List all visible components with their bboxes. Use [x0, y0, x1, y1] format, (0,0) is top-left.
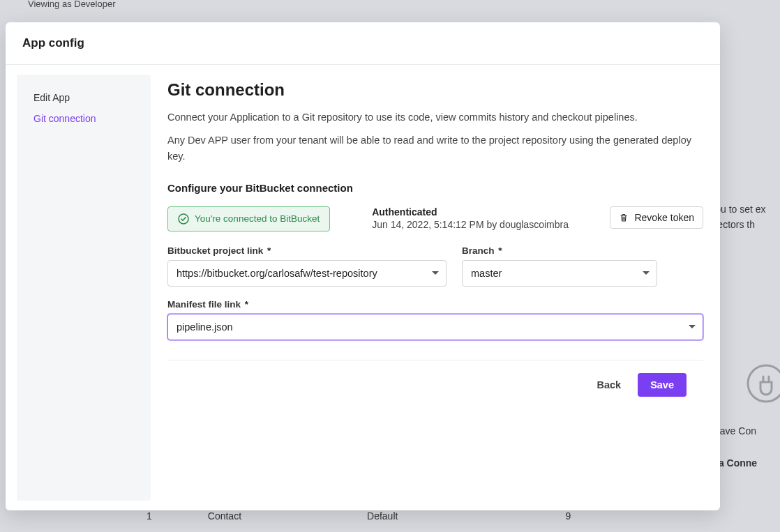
modal-main: Git connection Connect your Application … — [151, 65, 720, 510]
svg-point-0 — [748, 365, 780, 402]
sidebar-item-label: Edit App — [33, 92, 70, 103]
bg-table-type: Default — [367, 510, 398, 522]
bg-table-num: 1 — [147, 510, 152, 522]
chevron-down-icon — [689, 325, 696, 328]
project-link-value: https://bitbucket.org/carlosafw/test-rep… — [177, 268, 377, 279]
field-label-branch: Branch * — [462, 245, 657, 256]
field-branch: Branch * master — [462, 245, 657, 287]
connected-badge-text: You're connected to BitBucket — [195, 213, 320, 224]
field-manifest: Manifest file link * pipeline.json — [167, 299, 703, 340]
auth-detail: Jun 14, 2022, 5:14:12 PM by douglascoimb… — [372, 219, 596, 230]
branch-select[interactable]: master — [462, 260, 657, 287]
sidebar-item-label: Git connection — [33, 113, 96, 124]
manifest-value: pipeline.json — [177, 321, 233, 333]
auth-heading: Authenticated — [372, 206, 596, 218]
trash-icon — [619, 213, 629, 222]
sidebar-item-edit-app[interactable]: Edit App — [17, 87, 151, 108]
page-desc-2: Any Dev APP user from your tenant will b… — [167, 132, 703, 165]
bg-table-count: 9 — [565, 510, 571, 522]
modal-sidebar: Edit App Git connection — [17, 75, 151, 501]
app-config-modal: App config Edit App Git connection Git c… — [6, 22, 720, 510]
save-button[interactable]: Save — [638, 373, 687, 397]
branch-value: master — [471, 268, 502, 279]
revoke-token-label: Revoke token — [634, 212, 694, 223]
check-circle-icon — [178, 213, 189, 225]
revoke-token-button[interactable]: Revoke token — [610, 206, 703, 229]
manifest-select[interactable]: pipeline.json — [167, 314, 703, 340]
modal-title: App config — [22, 36, 703, 50]
viewing-as-text: Viewing as Developer — [28, 0, 116, 9]
chevron-down-icon — [643, 271, 650, 275]
field-label-manifest: Manifest file link * — [167, 299, 703, 310]
chevron-down-icon — [432, 271, 439, 275]
back-button[interactable]: Back — [592, 374, 625, 396]
configure-label: Configure your BitBucket connection — [167, 182, 703, 194]
field-label-project: Bitbucket project link * — [167, 245, 447, 256]
connected-badge: You're connected to BitBucket — [167, 206, 330, 231]
modal-header: App config — [6, 22, 720, 65]
auth-info: Authenticated Jun 14, 2022, 5:14:12 PM b… — [372, 206, 596, 230]
field-project-link: Bitbucket project link * https://bitbuck… — [167, 245, 447, 287]
project-link-select[interactable]: https://bitbucket.org/carlosafw/test-rep… — [167, 260, 447, 287]
page-heading: Git connection — [167, 80, 703, 100]
modal-footer: Back Save — [167, 360, 703, 409]
bg-table-name: Contact — [208, 510, 241, 522]
page-desc-1: Connect your Application to a Git reposi… — [167, 109, 703, 126]
sidebar-item-git-connection[interactable]: Git connection — [17, 108, 151, 129]
plug-icon — [745, 363, 780, 404]
